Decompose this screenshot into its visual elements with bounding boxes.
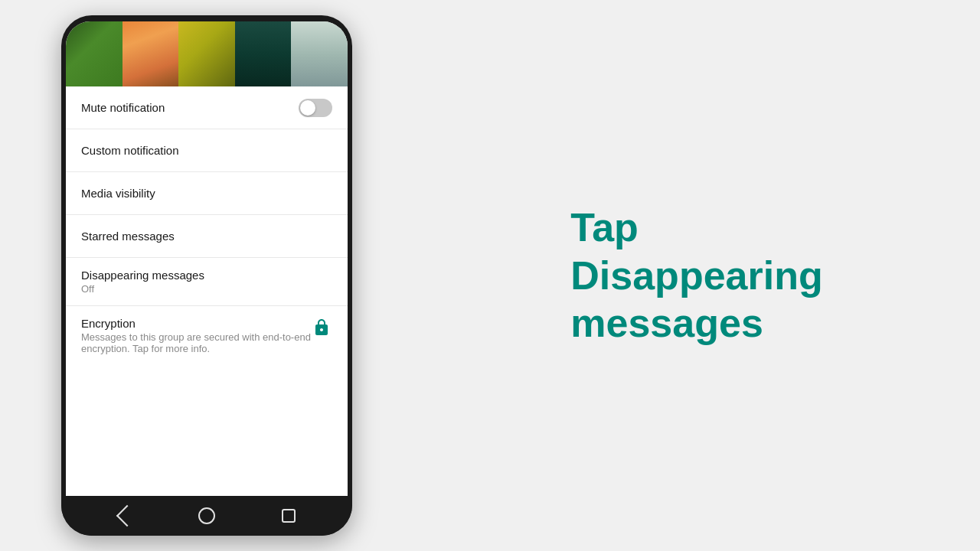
encryption-title: Encryption bbox=[81, 317, 311, 330]
recents-icon bbox=[282, 509, 296, 523]
custom-notification-text: Custom notification bbox=[81, 144, 179, 157]
disappearing-messages-item[interactable]: Disappearing messages Off bbox=[66, 258, 348, 306]
mute-notification-text: Mute notification bbox=[81, 101, 165, 114]
starred-messages-item[interactable]: Starred messages bbox=[66, 215, 348, 258]
disappearing-messages-title: Disappearing messages bbox=[81, 269, 204, 282]
encryption-subtitle: Messages to this group are secured with … bbox=[81, 331, 311, 354]
settings-list: Mute notification Custom notification bbox=[66, 86, 348, 496]
nav-bar bbox=[61, 496, 352, 536]
lock-svg bbox=[312, 318, 331, 337]
photo-thumb-2 bbox=[122, 21, 179, 86]
phone-frame: Mute notification Custom notification bbox=[61, 15, 352, 536]
media-visibility-title: Media visibility bbox=[81, 187, 155, 200]
image-strip bbox=[66, 21, 348, 86]
messages-label: messages bbox=[570, 299, 822, 347]
mute-notification-toggle[interactable] bbox=[299, 99, 332, 117]
custom-notification-title: Custom notification bbox=[81, 144, 179, 157]
photo-thumb-5 bbox=[291, 21, 348, 86]
media-visibility-item[interactable]: Media visibility bbox=[66, 172, 348, 215]
photo-thumb-1 bbox=[66, 21, 122, 86]
recents-button[interactable] bbox=[275, 502, 302, 530]
lock-icon bbox=[311, 317, 332, 338]
encryption-item[interactable]: Encryption Messages to this group are se… bbox=[66, 306, 348, 365]
page-wrapper: Mute notification Custom notification bbox=[0, 0, 980, 551]
disappearing-label: Disappearing bbox=[570, 252, 822, 299]
toggle-knob bbox=[300, 100, 315, 116]
back-button[interactable] bbox=[111, 502, 139, 530]
starred-messages-text: Starred messages bbox=[81, 230, 175, 243]
phone-container: Mute notification Custom notification bbox=[0, 0, 413, 551]
encryption-text: Encryption Messages to this group are se… bbox=[81, 317, 311, 354]
mute-notification-item[interactable]: Mute notification bbox=[66, 86, 348, 129]
home-button[interactable] bbox=[193, 502, 220, 530]
photo-thumb-4 bbox=[235, 21, 292, 86]
back-icon bbox=[116, 505, 138, 527]
custom-notification-item[interactable]: Custom notification bbox=[66, 129, 348, 172]
right-content: Tap Disappearing messages bbox=[413, 204, 980, 347]
disappearing-messages-text: Disappearing messages Off bbox=[81, 269, 204, 295]
media-visibility-text: Media visibility bbox=[81, 187, 155, 200]
photo-thumb-3 bbox=[178, 21, 235, 86]
tap-label: Tap bbox=[570, 204, 822, 251]
phone-screen: Mute notification Custom notification bbox=[66, 21, 348, 496]
starred-messages-title: Starred messages bbox=[81, 230, 175, 243]
instruction-text: Tap Disappearing messages bbox=[570, 204, 822, 347]
mute-notification-title: Mute notification bbox=[81, 101, 165, 114]
disappearing-messages-subtitle: Off bbox=[81, 283, 204, 295]
home-icon bbox=[198, 507, 215, 524]
